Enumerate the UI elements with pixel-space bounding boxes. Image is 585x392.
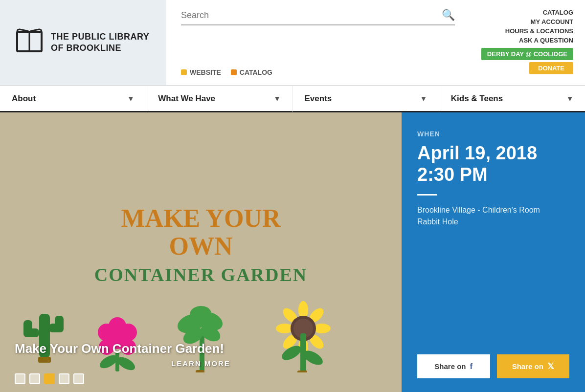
slide-dot-2[interactable]: [29, 373, 40, 384]
chevron-down-icon: ▼: [566, 95, 573, 103]
chevron-down-icon: ▼: [420, 95, 427, 103]
event-date: April 19, 2018: [417, 143, 569, 164]
derby-day-button[interactable]: DERBY DAY @ COOLIDGE: [481, 48, 573, 60]
library-logo-icon: [15, 27, 44, 58]
filter-catalog[interactable]: CATALOG: [231, 68, 272, 76]
event-panel: WHEN April 19, 2018 2:30 PM Brookline Vi…: [402, 112, 585, 392]
hero-learn-more-link[interactable]: LEARN MORE: [15, 359, 387, 368]
catalog-dot-icon: [231, 69, 237, 75]
nav-label-kids-teens: Kids & Teens: [451, 94, 503, 104]
top-nav: CATALOG MY ACCOUNT HOURS & LOCATIONS ASK…: [470, 0, 585, 85]
share-fb-label: Share on: [434, 362, 466, 370]
donate-button[interactable]: DONATE: [529, 62, 573, 74]
event-divider: [417, 194, 437, 196]
header: THE PUBLIC LIBRARY OF BROOKLINE 🔍 WEBSIT…: [0, 0, 585, 86]
twitter-icon: 𝕏: [547, 361, 554, 371]
search-area: 🔍 WEBSITE CATALOG: [166, 0, 470, 85]
logo-text: THE PUBLIC LIBRARY OF BROOKLINE: [51, 31, 149, 54]
main-nav: About ▼ What We Have ▼ Events ▼ Kids & T…: [0, 86, 585, 112]
nav-hours-locations[interactable]: HOURS & LOCATIONS: [505, 27, 573, 35]
event-share-row: Share on f Share on 𝕏: [417, 354, 569, 378]
hero-section: MAKE YOUROWN CONTAINER GARDEN: [0, 112, 402, 392]
nav-label-events: Events: [305, 94, 332, 104]
chevron-down-icon: ▼: [274, 95, 281, 103]
logo-area: THE PUBLIC LIBRARY OF BROOKLINE: [0, 0, 166, 85]
event-location: Brookline Village - Children's Room Rabb…: [417, 204, 569, 228]
search-bar: 🔍: [181, 9, 455, 25]
slide-dot-1[interactable]: [15, 373, 25, 384]
nav-item-events[interactable]: Events ▼: [293, 86, 439, 112]
nav-item-what-we-have[interactable]: What We Have ▼: [146, 86, 292, 112]
nav-ask-question[interactable]: ASK A QUESTION: [519, 37, 573, 44]
nav-item-about[interactable]: About ▼: [0, 86, 146, 112]
hero-title-bg: MAKE YOUROWN: [121, 204, 281, 260]
nav-my-account[interactable]: MY ACCOUNT: [531, 18, 573, 25]
event-time: 2:30 PM: [417, 164, 569, 185]
search-button[interactable]: 🔍: [442, 9, 455, 22]
share-twitter-button[interactable]: Share on 𝕏: [497, 354, 570, 378]
nav-item-kids-teens[interactable]: Kids & Teens ▼: [439, 86, 585, 112]
slide-dot-5[interactable]: [73, 373, 84, 384]
filter-website[interactable]: WEBSITE: [181, 68, 221, 76]
nav-label-what-we-have: What We Have: [158, 94, 215, 104]
event-location-line1: Brookline Village - Children's Room: [417, 206, 540, 214]
website-dot-icon: [181, 69, 187, 75]
share-facebook-button[interactable]: Share on f: [417, 354, 490, 378]
chevron-down-icon: ▼: [127, 95, 134, 103]
slide-dot-3[interactable]: [44, 373, 55, 384]
share-tw-label: Share on: [512, 362, 543, 370]
event-when-label: WHEN: [417, 130, 569, 138]
event-location-line2: Rabbit Hole: [417, 218, 458, 226]
facebook-icon: f: [470, 362, 473, 371]
search-input[interactable]: [181, 10, 442, 21]
main-content: MAKE YOUROWN CONTAINER GARDEN: [0, 112, 585, 392]
hero-event-title: Make Your Own Container Garden!: [15, 341, 387, 356]
nav-label-about: About: [12, 94, 36, 104]
nav-catalog[interactable]: CATALOG: [543, 9, 573, 16]
svg-rect-6: [55, 316, 64, 330]
search-filter-tabs: WEBSITE CATALOG: [181, 68, 455, 76]
slide-dots: [15, 373, 84, 384]
slide-dot-4[interactable]: [59, 373, 69, 384]
